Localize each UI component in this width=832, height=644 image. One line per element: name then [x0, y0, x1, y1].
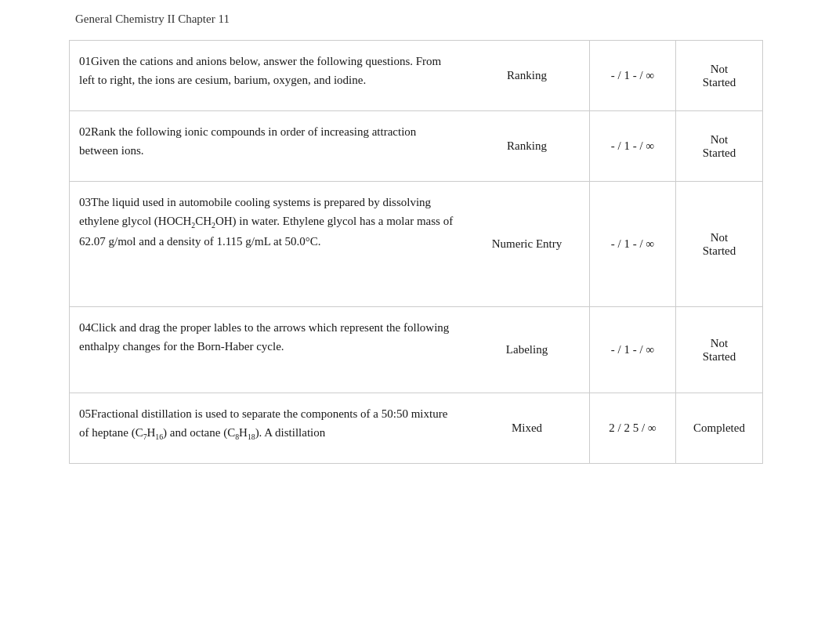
table-row: 03The liquid used in automobile cooling … — [70, 182, 762, 307]
question-status: NotStarted — [676, 111, 762, 181]
question-score: 2 / 2 5 / ∞ — [590, 393, 676, 463]
question-score: - / 1 - / ∞ — [590, 41, 676, 110]
question-status: NotStarted — [676, 307, 762, 393]
page-title: General Chemistry II Chapter 11 — [75, 13, 230, 25]
table-row: 05Fractional distillation is used to sep… — [70, 393, 762, 464]
question-status: Completed — [676, 393, 762, 463]
question-score: - / 1 - / ∞ — [590, 182, 676, 306]
question-type: Numeric Entry — [465, 182, 590, 306]
question-text: 02Rank the following ionic compounds in … — [70, 111, 465, 181]
page-header: General Chemistry II Chapter 11 — [0, 0, 832, 32]
question-text: 01Given the cations and anions below, an… — [70, 41, 465, 110]
question-status: NotStarted — [676, 182, 762, 306]
table-row: 01Given the cations and anions below, an… — [70, 41, 762, 111]
question-type: Ranking — [465, 111, 590, 181]
question-text: 04Click and drag the proper lables to th… — [70, 307, 465, 393]
question-type: Ranking — [465, 41, 590, 110]
question-score: - / 1 - / ∞ — [590, 111, 676, 181]
table-row: 04Click and drag the proper lables to th… — [70, 307, 762, 393]
question-type: Labeling — [465, 307, 590, 393]
question-text: 03The liquid used in automobile cooling … — [70, 182, 465, 306]
questions-table: 01Given the cations and anions below, an… — [69, 40, 763, 464]
question-text: 05Fractional distillation is used to sep… — [70, 393, 465, 463]
table-row: 02Rank the following ionic compounds in … — [70, 111, 762, 182]
question-status: NotStarted — [676, 41, 762, 110]
question-score: - / 1 - / ∞ — [590, 307, 676, 393]
question-type: Mixed — [465, 393, 590, 463]
